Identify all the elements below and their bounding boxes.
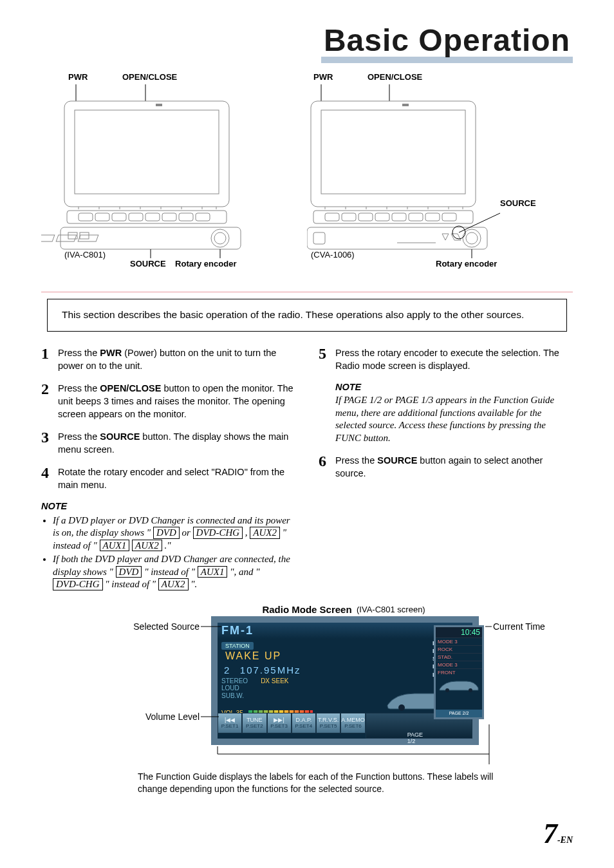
func-btn-6[interactable]: A.MEMOP.SET6 [340, 713, 366, 733]
station-chip: STATION [221, 642, 254, 650]
note-body-left: If a DVD player or DVD Changer is connec… [41, 514, 295, 591]
svg-rect-40 [358, 213, 373, 221]
callout-current-time: Current Time [493, 621, 545, 632]
label-rotary-left: Rotary encoder [175, 259, 236, 269]
func-btn-3[interactable]: ▶▶|P.SET3 [267, 713, 292, 733]
svg-rect-11 [162, 213, 176, 221]
step-2: 2 Press the OPEN/CLOSE button to open th… [41, 381, 295, 420]
svg-rect-55 [313, 232, 325, 244]
svg-point-29 [214, 232, 226, 244]
svg-rect-13 [196, 213, 210, 221]
label-openclose-right: OPEN/CLOSE [367, 72, 422, 82]
svg-rect-45 [442, 213, 456, 221]
svg-rect-43 [409, 213, 423, 221]
svg-rect-35 [321, 110, 465, 194]
svg-rect-44 [425, 213, 440, 221]
label-rotary-right: Rotary encoder [436, 259, 497, 269]
func-btn-1[interactable]: |◀◀P.SET1 [218, 713, 242, 733]
frequency: 107.95MHz [240, 665, 301, 675]
step-1: 1 Press the PWR (Power) button on the un… [41, 346, 295, 372]
svg-line-59 [459, 213, 500, 232]
svg-point-58 [466, 232, 478, 244]
label-pwr-left: PWR [68, 72, 111, 82]
svg-rect-10 [145, 213, 160, 221]
callout-selected-source: Selected Source [103, 621, 200, 632]
svg-rect-24 [80, 232, 89, 239]
intro-box: This section describes the basic operati… [47, 299, 567, 332]
svg-point-62 [398, 704, 405, 711]
status-left: STEREO LOUD SUB.W. [221, 677, 248, 700]
model-label-right: (CVA-1006) [311, 250, 355, 259]
step-6: 6 Press the SOURCE button again to selec… [319, 453, 573, 480]
radio-mode-screen: (IVA-C801 screen) FM-1 10:45 STATION WAK… [41, 616, 573, 764]
function-guide-caption: The Function Guide displays the labels f… [138, 771, 498, 795]
label-openclose-left: OPEN/CLOSE [122, 72, 177, 82]
svg-rect-37 [313, 211, 473, 223]
svg-rect-7 [95, 213, 109, 221]
svg-point-28 [211, 229, 229, 247]
svg-point-65 [469, 688, 472, 692]
device-illustration-right [307, 84, 539, 258]
svg-rect-41 [375, 213, 389, 221]
device-illustration-left [41, 84, 273, 258]
label-pwr-right: PWR [313, 72, 356, 82]
svg-rect-36 [402, 104, 409, 106]
svg-rect-9 [129, 213, 143, 221]
selected-source-value: FM-1 [221, 624, 254, 637]
svg-rect-39 [342, 213, 356, 221]
divider [41, 292, 573, 292]
svg-rect-5 [67, 211, 227, 223]
mini-clock: 10:45 [436, 627, 482, 637]
svg-rect-27 [78, 235, 98, 241]
svg-rect-4 [156, 104, 162, 106]
callout-volume: Volume Level [103, 712, 200, 722]
svg-rect-22 [60, 227, 241, 249]
model-label-left: (IVA-C801) [64, 250, 106, 259]
preset-number: 2 [224, 665, 230, 675]
svg-rect-2 [64, 101, 229, 207]
note-body-right: If PAGE 1/2 or PAGE 1/3 appears in the F… [335, 394, 573, 444]
mini-screenshot: 10:45 MODE 3 ROCK STAD. MODE 3 FRONT PAG… [434, 625, 484, 719]
step-5: 5 Press the rotary encoder to execute th… [319, 346, 573, 372]
svg-rect-12 [179, 213, 193, 221]
note-heading-right: NOTE [335, 381, 573, 394]
mini-page: PAGE 2/2 [436, 710, 482, 717]
mini-car-icon [436, 676, 482, 694]
svg-point-64 [445, 688, 449, 692]
func-btn-2[interactable]: TUNEP.SET2 [242, 713, 266, 733]
status-mid: DX SEEK [261, 677, 288, 700]
svg-rect-42 [392, 213, 406, 221]
device-diagrams: PWR OPEN/CLOSE [41, 72, 573, 258]
svg-rect-6 [79, 213, 93, 221]
page-number: 7-EN [543, 817, 573, 850]
svg-rect-25 [41, 235, 55, 241]
svg-rect-34 [311, 101, 476, 207]
func-btn-4[interactable]: D.A.P.P.SET4 [292, 713, 316, 733]
label-source-left: SOURCE [130, 259, 166, 269]
svg-rect-23 [68, 232, 77, 239]
step-4: 4 Rotate the rotary encoder and select "… [41, 465, 295, 491]
screen-model-label: (IVA-C801 screen) [357, 605, 425, 614]
svg-rect-8 [112, 213, 126, 221]
svg-rect-26 [56, 235, 77, 241]
note-heading-left: NOTE [41, 500, 295, 513]
screen-title: Radio Mode Screen [41, 604, 573, 615]
svg-rect-38 [325, 213, 339, 221]
label-source-right: SOURCE [500, 198, 536, 208]
page-title: Basic Operation [321, 24, 573, 63]
svg-rect-3 [75, 110, 219, 194]
step-3: 3 Press the SOURCE button. The display s… [41, 429, 295, 456]
func-btn-5[interactable]: T.R.V.S.P.SET5 [316, 713, 340, 733]
